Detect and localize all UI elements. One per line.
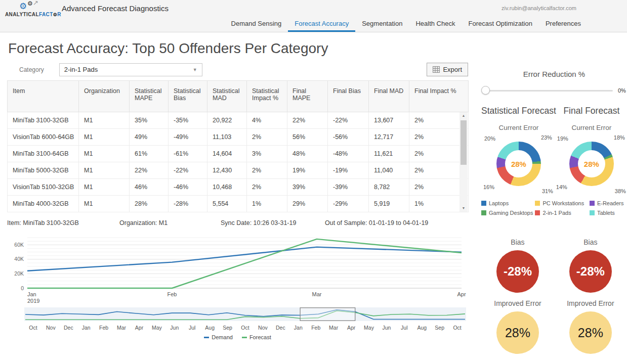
tab-forecast-accuracy[interactable]: Forecast Accuracy xyxy=(288,15,355,32)
column-header[interactable]: Item xyxy=(8,81,79,112)
legend-swatch xyxy=(204,337,209,338)
svg-text:0: 0 xyxy=(21,285,24,291)
user-email: ziv.rubin@analyticalfactor.com xyxy=(501,5,576,11)
overview-range-chart[interactable] xyxy=(7,307,468,322)
statistical-improved-error-badge: 28% xyxy=(496,311,539,354)
table-cell: 28% xyxy=(130,196,169,212)
error-reduction-slider-row: 0% xyxy=(482,87,626,94)
table-cell: 10,468 xyxy=(207,179,247,196)
category-legend-item[interactable]: Laptops xyxy=(481,200,533,206)
tab-segmentation[interactable]: Segmentation xyxy=(355,15,409,32)
column-header[interactable]: Statistical MAPE xyxy=(130,81,169,112)
table-row[interactable]: MiniTab 3100-64GBM161%-61%14,6043%48%-48… xyxy=(8,146,469,162)
column-header[interactable]: Final Impact % xyxy=(409,81,469,112)
column-header[interactable]: Statistical MAD xyxy=(207,81,247,112)
table-cell: 49% xyxy=(130,129,169,146)
table-row[interactable]: VisionTab 5100-32GBM146%-46%10,4682%39%-… xyxy=(8,179,469,196)
category-legend-item[interactable]: Gaming Desktops xyxy=(481,210,533,216)
table-cell: 11,103 xyxy=(207,129,247,146)
forecast-chart-area: 020K40K60KJan2019FebMarApr OctNovDecJanF… xyxy=(7,235,468,340)
table-cell: M1 xyxy=(79,179,130,196)
legend-label: Laptops xyxy=(489,200,509,206)
table-row[interactable]: MiniTab 4000-32GBM128%-28%5,5541%29%-29%… xyxy=(8,196,469,212)
logo-analytical: ANALYTICAL xyxy=(5,12,39,17)
table-row[interactable]: VisionTab 6000-64GBM149%-49%11,1032%56%-… xyxy=(8,129,469,146)
statistical-error-donut[interactable]: 20% 23% 16% 31% 28% xyxy=(483,134,554,194)
table-row[interactable]: MiniTab 3100-32GBM135%-35%20,9224%22%-22… xyxy=(8,112,469,129)
category-legend-item[interactable]: 2-in-1 Pads xyxy=(535,210,587,216)
overview-axis-label: Mar xyxy=(113,325,131,331)
scrollbar-thumb[interactable] xyxy=(461,120,467,165)
column-header[interactable]: Statistical Bias xyxy=(169,81,207,112)
donut-label: 20% xyxy=(484,135,495,142)
category-legend-item[interactable]: Tablets xyxy=(590,210,627,216)
statistical-bias-badge: -28% xyxy=(496,250,539,293)
table-cell: M1 xyxy=(79,146,130,162)
table-cell: 11,040 xyxy=(369,162,409,179)
column-header[interactable]: Final MAPE xyxy=(287,81,328,112)
donut-ring[interactable]: 28% xyxy=(569,142,614,186)
current-error-title: Current Error xyxy=(571,124,611,131)
app-title: Advanced Forecast Diagnostics xyxy=(62,4,169,13)
final-forecast-title: Final Forecast xyxy=(563,106,619,116)
overview-axis-label: Jul xyxy=(183,325,201,331)
table-cell: 12,717 xyxy=(369,129,409,146)
demand-forecast-line-chart[interactable]: 020K40K60KJan2019FebMarApr xyxy=(7,235,468,305)
error-reduction-slider[interactable] xyxy=(482,90,613,92)
statistical-forecast-title: Statistical Forecast xyxy=(481,106,556,116)
table-cell: 4% xyxy=(247,112,287,129)
tab-preferences[interactable]: Preferences xyxy=(539,15,588,32)
app-header: ⚙ ⚙ ↗ ANALYTICALFACT⚙R Advanced Forecast… xyxy=(0,0,627,32)
column-header[interactable]: Organization xyxy=(79,81,130,112)
export-button-label: Export xyxy=(443,66,462,73)
overview-axis-label: Apr xyxy=(343,325,360,331)
donut-ring[interactable]: 28% xyxy=(496,142,541,186)
overview-axis-label: Apr xyxy=(131,325,148,331)
overview-axis-label: Mar xyxy=(325,325,343,331)
legend-label: Forecast xyxy=(249,334,271,340)
legend-item-demand[interactable]: Demand xyxy=(204,334,233,340)
column-header[interactable]: Final Bias xyxy=(328,81,369,112)
donut-label: 18% xyxy=(614,134,625,141)
category-legend-item[interactable]: PC Workstations xyxy=(535,200,587,206)
table-cell: -22% xyxy=(169,162,207,179)
donut-center-value: 28% xyxy=(505,150,532,177)
tab-health-check[interactable]: Health Check xyxy=(409,15,462,32)
svg-text:Apr: Apr xyxy=(457,291,466,297)
donut-label: 31% xyxy=(542,188,553,194)
table-cell: 11,621 xyxy=(369,146,409,162)
category-legend-item[interactable]: E-Readers xyxy=(590,200,627,206)
final-improved-error-badge: 28% xyxy=(569,311,612,354)
tab-demand-sensing[interactable]: Demand Sensing xyxy=(225,15,288,32)
slider-handle[interactable] xyxy=(481,86,490,95)
logo-factor: FACT xyxy=(39,12,53,17)
overview-axis-label: Sep xyxy=(219,325,236,331)
table-cell: 2% xyxy=(247,162,287,179)
column-header[interactable]: Final MAD xyxy=(369,81,409,112)
table-cell: 1% xyxy=(247,196,287,212)
category-dropdown[interactable]: 2-in-1 Pads ▼ xyxy=(59,63,202,76)
legend-item-forecast[interactable]: Forecast xyxy=(242,334,271,340)
legend-label: E-Readers xyxy=(597,200,624,206)
table-row[interactable]: MiniTab 5000-32GBM122%-22%12,4302%19%-19… xyxy=(8,162,469,179)
scrollbar-down-arrow-icon[interactable]: ▼ xyxy=(459,205,468,212)
table-cell: -56% xyxy=(328,129,369,146)
detail-out-of-sample: Out of Sample: 01-01-19 to 04-01-19 xyxy=(325,219,428,226)
column-header[interactable]: Statistical Impact % xyxy=(247,81,287,112)
category-dropdown-value: 2-in-1 Pads xyxy=(64,66,98,73)
overview-axis-label: May xyxy=(360,325,378,331)
table-scrollbar[interactable]: ▲ ▼ xyxy=(459,112,468,212)
table-cell: 14,604 xyxy=(207,146,247,162)
donut-label: 16% xyxy=(483,184,494,190)
table-cell: 13,607 xyxy=(369,112,409,129)
scrollbar-up-arrow-icon[interactable]: ▲ xyxy=(459,112,468,119)
table-cell: 39% xyxy=(287,179,328,196)
tab-forecast-optimization[interactable]: Forecast Optimization xyxy=(462,15,538,32)
final-error-donut[interactable]: 19% 18% 14% 38% 28% xyxy=(556,134,627,194)
overview-selection-box[interactable] xyxy=(300,308,355,321)
detail-sync-date: Sync Date: 10:26 03-31-19 xyxy=(221,219,325,226)
main-nav: Demand SensingForecast AccuracySegmentat… xyxy=(225,15,588,32)
bias-title: Bias xyxy=(511,238,524,246)
overview-axis-label: Jun xyxy=(378,325,395,331)
export-button[interactable]: Export xyxy=(427,63,468,76)
